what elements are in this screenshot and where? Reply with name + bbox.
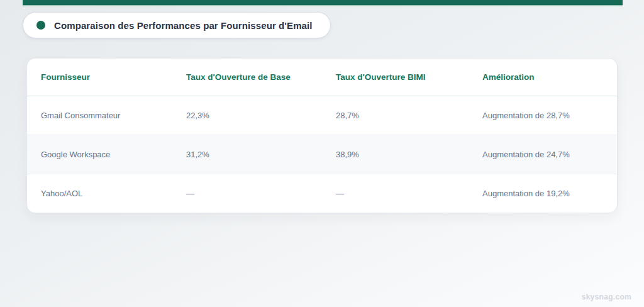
comparison-table: Fournisseur Taux d'Ouverture de Base Tau… — [27, 59, 618, 213]
bimi-rate-cell: — — [322, 174, 469, 213]
table-row: Google Workspace 31,2% 38,9% Augmentatio… — [27, 135, 618, 174]
site-watermark: skysnag.com — [582, 293, 631, 301]
column-header-base-open-rate: Taux d'Ouverture de Base — [172, 59, 322, 96]
provider-cell: Google Workspace — [27, 135, 172, 174]
table-row: Yahoo/AOL — — Augmentation de 19,2% — [27, 174, 618, 213]
provider-cell: Yahoo/AOL — [27, 174, 172, 213]
improvement-cell: Augmentation de 28,7% — [469, 96, 618, 135]
section-title: Comparaison des Performances par Fournis… — [54, 20, 313, 31]
bimi-rate-cell: 38,9% — [322, 135, 469, 174]
improvement-cell: Augmentation de 19,2% — [469, 174, 618, 213]
improvement-cell: Augmentation de 24,7% — [469, 135, 618, 174]
column-header-improvement: Amélioration — [469, 59, 618, 96]
table-row: Gmail Consommateur 22,3% 28,7% Augmentat… — [27, 96, 618, 135]
table-header-row: Fournisseur Taux d'Ouverture de Base Tau… — [27, 59, 618, 96]
column-header-provider: Fournisseur — [27, 59, 172, 96]
bimi-rate-cell: 28,7% — [322, 96, 469, 135]
section-title-badge: Comparaison des Performances par Fournis… — [23, 12, 331, 38]
base-rate-cell: 31,2% — [172, 135, 322, 174]
top-accent-bar — [23, 0, 623, 5]
comparison-table-card: Fournisseur Taux d'Ouverture de Base Tau… — [26, 58, 618, 213]
column-header-bimi-open-rate: Taux d'Ouverture BIMI — [322, 59, 469, 96]
provider-cell: Gmail Consommateur — [27, 96, 172, 135]
base-rate-cell: — — [172, 174, 322, 213]
status-dot-icon — [36, 21, 45, 30]
base-rate-cell: 22,3% — [172, 96, 322, 135]
